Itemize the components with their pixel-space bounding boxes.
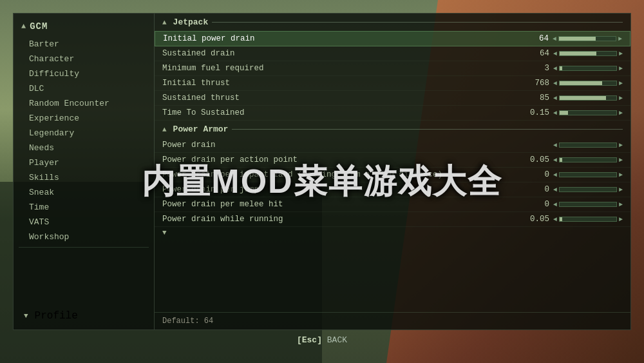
arrow-right-power-drain-melee[interactable]: ►: [619, 201, 623, 208]
track-min-fuel[interactable]: [559, 66, 617, 71]
arrow-right-initial-thrust[interactable]: ►: [619, 80, 623, 87]
arrow-left-power-drain-action[interactable]: ◄: [553, 157, 557, 164]
setting-row-power-drain-action[interactable]: Power drain per action point 0.05 ◄ ►: [155, 153, 630, 168]
setting-row-power-drain-jump[interactable]: Power drain per jump 0 ◄ ►: [155, 182, 630, 197]
sidebar-item-player[interactable]: Player: [14, 155, 154, 170]
setting-name-power-drain-action: Power drain per action point: [162, 155, 521, 164]
arrow-left-min-fuel[interactable]: ◄: [553, 65, 557, 72]
arrow-left-power-drain-jump[interactable]: ◄: [553, 186, 557, 193]
sidebar-item-workshop[interactable]: Workshop: [14, 230, 154, 244]
jetpack-header-line: [212, 22, 623, 23]
slider-power-drain-action[interactable]: ◄ ►: [553, 157, 623, 164]
sidebar-item-sneak[interactable]: Sneak: [14, 185, 154, 200]
track-initial-power-drain[interactable]: [558, 36, 616, 41]
power-armor-label: Power Armor: [173, 124, 229, 134]
bottom-bar: [Esc] BACK: [13, 330, 631, 350]
sidebar-item-skills[interactable]: Skills: [14, 170, 154, 185]
arrow-left-power-drain-impact[interactable]: ◄: [553, 172, 557, 179]
sidebar-title: GCM: [30, 21, 48, 32]
main-panels: ▲ GCM Barter Character Difficulty DLC Ra…: [13, 13, 631, 330]
arrow-right-sustained-drain[interactable]: ►: [619, 50, 623, 57]
arrow-right-time-to-sustained[interactable]: ►: [619, 110, 623, 117]
sidebar-item-vats[interactable]: VATS: [14, 215, 154, 230]
setting-value-initial-power-drain: 64: [520, 34, 553, 43]
setting-row-initial-power-drain[interactable]: Initial power drain 64 ◄ ►: [155, 31, 630, 46]
setting-value-power-drain-jump: 0: [521, 185, 553, 194]
slider-power-drain[interactable]: ◄ ►: [553, 142, 623, 149]
sidebar-item-dlc[interactable]: DLC: [14, 81, 154, 96]
setting-row-power-drain-impact[interactable]: Power drain per impact land (falling fro…: [155, 168, 630, 182]
arrow-right-power-drain-running[interactable]: ►: [619, 216, 623, 223]
track-initial-thrust[interactable]: [559, 81, 617, 86]
sidebar-item-character[interactable]: Character: [14, 52, 154, 66]
track-power-drain-running[interactable]: [559, 217, 617, 222]
esc-key-label[interactable]: [Esc]: [297, 335, 322, 345]
jetpack-collapse-icon[interactable]: ▲: [162, 19, 167, 26]
slider-power-drain-melee[interactable]: ◄ ►: [553, 201, 623, 208]
arrow-right-sustained-thrust[interactable]: ►: [619, 95, 623, 102]
arrow-left-sustained-thrust[interactable]: ◄: [553, 95, 557, 102]
sidebar-item-barter[interactable]: Barter: [14, 37, 154, 52]
setting-row-power-drain-running[interactable]: Power drain while running 0.05 ◄ ►: [155, 212, 630, 227]
track-sustained-thrust[interactable]: [559, 95, 617, 101]
section-collapse-down-icon[interactable]: ▼: [162, 229, 167, 237]
arrow-right-power-drain[interactable]: ►: [619, 142, 623, 149]
setting-name-min-fuel: Minimum fuel required: [162, 64, 521, 73]
arrow-right-min-fuel[interactable]: ►: [619, 65, 623, 72]
setting-row-power-drain[interactable]: Power drain ◄ ►: [155, 138, 630, 153]
setting-row-min-fuel[interactable]: Minimum fuel required 3 ◄ ►: [155, 61, 630, 76]
fill-initial-thrust: [560, 81, 602, 85]
jetpack-section-header: ▲ Jetpack: [155, 14, 630, 31]
arrow-right-initial-power-drain[interactable]: ►: [618, 35, 622, 43]
sidebar-item-experience[interactable]: Experience: [14, 111, 154, 126]
power-armor-collapse-icon[interactable]: ▲: [162, 126, 167, 133]
slider-sustained-drain[interactable]: ◄ ►: [553, 50, 623, 57]
track-time-to-sustained[interactable]: [559, 110, 617, 115]
track-power-drain-melee[interactable]: [559, 202, 617, 207]
slider-min-fuel[interactable]: ◄ ►: [553, 65, 623, 72]
fill-sustained-drain: [560, 52, 596, 55]
fill-power-drain-action: [560, 158, 562, 162]
arrow-right-power-drain-impact[interactable]: ►: [619, 172, 623, 179]
arrow-left-time-to-sustained[interactable]: ◄: [553, 110, 557, 117]
setting-row-sustained-thrust[interactable]: Sustained thrust 85 ◄ ►: [155, 91, 630, 106]
arrow-left-initial-thrust[interactable]: ◄: [553, 80, 557, 87]
sidebar-profile[interactable]: ▼ Profile: [14, 308, 154, 324]
setting-row-initial-thrust[interactable]: Initial thrust 768 ◄ ►: [155, 76, 630, 91]
setting-name-initial-power-drain: Initial power drain: [163, 34, 520, 43]
slider-power-drain-impact[interactable]: ◄ ►: [553, 172, 623, 179]
sidebar-item-legendary[interactable]: Legendary: [14, 126, 154, 141]
sidebar-item-time[interactable]: Time: [14, 200, 154, 215]
track-sustained-drain[interactable]: [559, 51, 617, 56]
power-armor-collapse-row[interactable]: ▼: [155, 227, 630, 239]
arrow-right-power-drain-jump[interactable]: ►: [619, 186, 623, 193]
track-power-drain-impact[interactable]: [559, 172, 617, 177]
slider-initial-thrust[interactable]: ◄ ►: [553, 80, 623, 87]
arrow-left-power-drain[interactable]: ◄: [553, 142, 557, 149]
sidebar-item-difficulty[interactable]: Difficulty: [14, 66, 154, 81]
setting-row-time-to-sustained[interactable]: Time To Sustained 0.15 ◄ ►: [155, 106, 630, 121]
fill-time-to-sustained: [560, 111, 568, 115]
slider-power-drain-jump[interactable]: ◄ ►: [553, 186, 623, 193]
slider-power-drain-running[interactable]: ◄ ►: [553, 216, 623, 223]
setting-row-power-drain-melee[interactable]: Power drain per melee hit 0 ◄ ►: [155, 197, 630, 212]
arrow-left-power-drain-running[interactable]: ◄: [553, 216, 557, 223]
track-power-drain[interactable]: [559, 142, 617, 148]
arrow-right-power-drain-action[interactable]: ►: [619, 157, 623, 164]
arrow-left-initial-power-drain[interactable]: ◄: [553, 35, 556, 43]
collapse-icon[interactable]: ▲: [21, 22, 26, 31]
setting-row-sustained-drain[interactable]: Sustained drain 64 ◄ ►: [155, 46, 630, 61]
sidebar-item-random-encounter[interactable]: Random Encounter: [14, 96, 154, 111]
slider-sustained-thrust[interactable]: ◄ ►: [553, 95, 623, 102]
track-power-drain-jump[interactable]: [559, 187, 617, 192]
slider-initial-power-drain[interactable]: ◄ ►: [553, 35, 622, 43]
arrow-left-sustained-drain[interactable]: ◄: [553, 50, 557, 57]
sidebar-item-needs[interactable]: Needs: [14, 141, 154, 155]
arrow-left-power-drain-melee[interactable]: ◄: [553, 201, 557, 208]
fill-power-drain-running: [560, 217, 562, 221]
setting-value-initial-thrust: 768: [521, 79, 553, 88]
track-power-drain-action[interactable]: [559, 157, 617, 162]
slider-time-to-sustained[interactable]: ◄ ►: [553, 110, 623, 117]
setting-value-power-drain-action: 0.05: [521, 155, 553, 164]
default-text: Default: 64: [162, 317, 213, 326]
